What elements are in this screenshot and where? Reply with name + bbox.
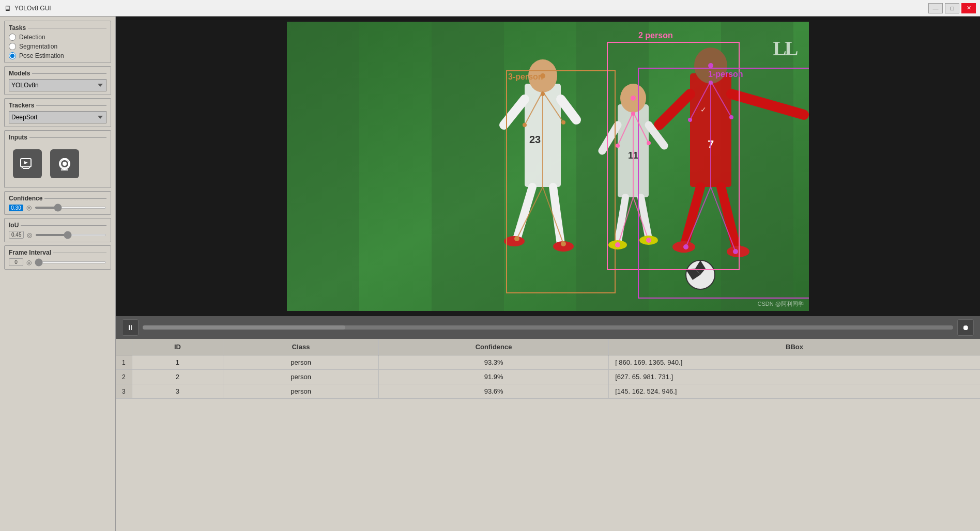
svg-point-78 — [708, 63, 713, 68]
svg-point-55 — [541, 92, 545, 96]
svg-text:LL: LL — [773, 37, 798, 60]
svg-point-6 — [63, 162, 67, 166]
svg-point-66 — [631, 112, 635, 116]
id-cell-1: 1 — [132, 355, 223, 370]
bbox-cell-3: [145. 162. 524. 946.] — [609, 384, 980, 399]
row-num-1: 1 — [116, 355, 132, 370]
confidence-unit: ◎ — [26, 204, 32, 211]
confidence-cell-2: 91.9% — [379, 370, 609, 384]
video-frame: 23 7 — [287, 22, 809, 311]
progress-fill — [143, 325, 345, 330]
progress-bar[interactable] — [143, 325, 953, 330]
svg-rect-14 — [432, 22, 504, 311]
title-bar: 🖥 YOLOv8 GUI — □ ✕ — [0, 0, 980, 17]
radio-detection[interactable]: Detection — [9, 34, 106, 41]
maximize-button[interactable]: □ — [945, 3, 959, 13]
frame-label: Frame Interval — [9, 249, 106, 256]
table-row: 1 1 person 93.3% [ 860. 169. 1365. 940.] — [116, 355, 980, 370]
radio-segmentation-input[interactable] — [9, 43, 16, 50]
video-area: 23 7 — [116, 17, 980, 316]
svg-text:✓: ✓ — [700, 105, 707, 114]
svg-point-68 — [647, 141, 651, 145]
svg-point-72 — [646, 238, 651, 243]
svg-point-58 — [514, 236, 519, 241]
models-label: Models — [9, 70, 106, 77]
svg-text:3-person: 3-person — [508, 72, 543, 81]
models-section: Models YOLOv8n YOLOv8s YOLOv8m YOLOv8l Y… — [4, 66, 111, 95]
app-icon: 🖥 — [4, 4, 11, 12]
svg-text:1-person: 1-person — [708, 70, 743, 79]
sidebar: Tasks Detection Segmentation Pose Estima… — [0, 17, 116, 531]
svg-point-59 — [561, 241, 566, 246]
iou-slider[interactable] — [35, 234, 106, 236]
stop-button[interactable]: ⏺ — [957, 319, 974, 336]
tasks-radio-group: Detection Segmentation Pose Estimation — [9, 34, 106, 59]
close-button[interactable]: ✕ — [961, 3, 976, 13]
trackers-select[interactable]: DeepSort ByteTrack StrongSORT — [9, 111, 106, 123]
radio-pose[interactable]: Pose Estimation — [9, 52, 106, 59]
svg-point-81 — [729, 115, 733, 119]
frame-value: 0 — [9, 258, 23, 266]
confidence-slider[interactable] — [35, 207, 106, 209]
tasks-section: Tasks Detection Segmentation Pose Estima… — [4, 21, 111, 63]
frame-section: Frame Interval 0 ◎ — [4, 245, 111, 270]
class-cell-2: person — [223, 370, 379, 384]
radio-pose-input[interactable] — [9, 52, 16, 59]
inputs-label: Inputs — [9, 134, 106, 141]
svg-point-54 — [540, 73, 545, 79]
right-panel: 23 7 — [116, 17, 980, 531]
inputs-section: Inputs — [4, 130, 111, 188]
radio-detection-input[interactable] — [9, 34, 16, 41]
iou-slider-row: 0.45 ◎ — [9, 231, 106, 239]
bbox-header: BBox — [609, 339, 980, 355]
class-cell-1: person — [223, 355, 379, 370]
bbox-cell-2: [627. 65. 981. 731.] — [609, 370, 980, 384]
svg-point-80 — [688, 118, 692, 122]
video-watermark: CSDN @阿利同学 — [758, 300, 804, 308]
iou-label: IoU — [9, 222, 106, 229]
table-row: 3 3 person 93.6% [145. 162. 524. 946.] — [116, 384, 980, 399]
frame-slider-row: 0 ◎ — [9, 258, 106, 266]
camera-input-button[interactable] — [50, 149, 79, 178]
trackers-dropdown-container: DeepSort ByteTrack StrongSORT — [9, 111, 106, 123]
frame-slider[interactable] — [35, 261, 106, 263]
trackers-section: Trackers DeepSort ByteTrack StrongSORT — [4, 98, 111, 127]
radio-pose-label: Pose Estimation — [19, 52, 64, 59]
radio-detection-label: Detection — [19, 34, 45, 41]
confidence-cell-1: 93.3% — [379, 355, 609, 370]
svg-point-57 — [561, 120, 565, 124]
frame-unit: ◎ — [26, 259, 32, 266]
svg-point-83 — [733, 249, 738, 254]
minimize-button[interactable]: — — [928, 3, 943, 13]
svg-text:2  person: 2 person — [638, 31, 673, 40]
svg-point-82 — [683, 244, 688, 249]
iou-section: IoU 0.45 ◎ — [4, 218, 111, 242]
svg-rect-13 — [287, 22, 359, 311]
svg-point-67 — [616, 144, 620, 148]
id-cell-2: 2 — [132, 370, 223, 384]
bbox-cell-1: [ 860. 169. 1365. 940.] — [609, 355, 980, 370]
row-num-header — [116, 339, 132, 355]
iou-unit: ◎ — [27, 231, 32, 239]
main-content: Tasks Detection Segmentation Pose Estima… — [0, 17, 980, 531]
radio-segmentation[interactable]: Segmentation — [9, 43, 106, 50]
iou-value: 0.45 — [9, 231, 24, 239]
confidence-header: Confidence — [379, 339, 609, 355]
window-controls: — □ ✕ — [928, 3, 976, 13]
class-cell-3: person — [223, 384, 379, 399]
svg-marker-1 — [24, 161, 28, 164]
table-header-row: ID Class Confidence BBox — [116, 339, 980, 355]
soccer-scene: 23 7 — [287, 22, 809, 311]
camera-icon — [50, 149, 79, 178]
row-num-2: 2 — [116, 370, 132, 384]
confidence-slider-row: 0.30 ◎ — [9, 204, 106, 211]
table-row: 2 2 person 91.9% [627. 65. 981. 731.] — [116, 370, 980, 384]
id-cell-3: 3 — [132, 384, 223, 399]
pause-button[interactable]: ⏸ — [122, 319, 139, 336]
video-icon — [13, 149, 42, 178]
svg-text:23: 23 — [529, 134, 541, 145]
video-input-button[interactable] — [13, 149, 42, 178]
svg-rect-16 — [721, 22, 793, 311]
radio-segmentation-label: Segmentation — [19, 43, 57, 50]
models-select[interactable]: YOLOv8n YOLOv8s YOLOv8m YOLOv8l YOLOv8x — [9, 79, 106, 91]
